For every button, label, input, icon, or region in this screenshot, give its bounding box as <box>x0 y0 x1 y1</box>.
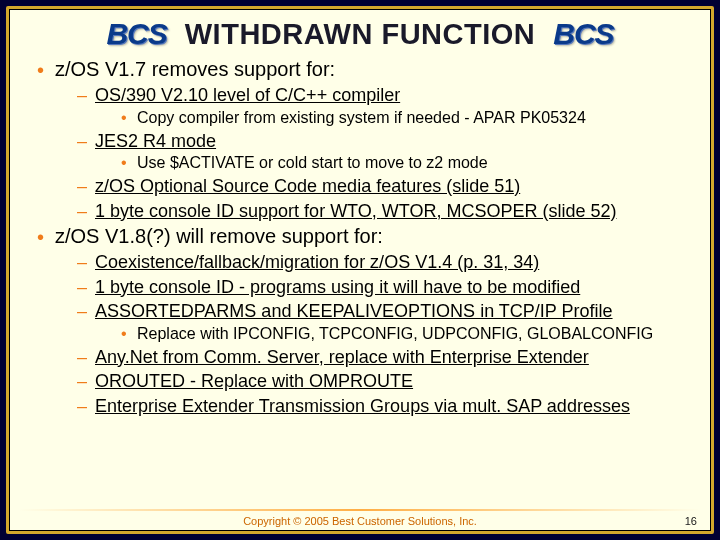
s2-item-f-text: Enterprise Extender Transmission Groups … <box>95 396 630 416</box>
slide-title: WITHDRAWN FUNCTION <box>185 18 536 51</box>
s2-item-a: Coexistence/fallback/migration for z/OS … <box>77 251 693 274</box>
s2-item-c: ASSORTEDPARMS and KEEPALIVEOPTIONS in TC… <box>77 300 693 344</box>
logo-right: BCS <box>553 17 613 51</box>
s2-item-a-text: Coexistence/fallback/migration for z/OS … <box>95 252 539 272</box>
s1-item-b: JES2 R4 mode Use $ACTIVATE or cold start… <box>77 130 693 174</box>
s2-item-d-text: Any.Net from Comm. Server, replace with … <box>95 347 589 367</box>
section-2-head: z/OS V1.8(?) will remove support for: Co… <box>37 224 693 417</box>
logo-left: BCS <box>106 17 166 51</box>
s1-item-d: 1 byte console ID support for WTO, WTOR,… <box>77 200 693 223</box>
s2-item-f: Enterprise Extender Transmission Groups … <box>77 395 693 418</box>
s1-item-a-text: OS/390 V2.10 level of C/C++ compiler <box>95 85 400 105</box>
s1-item-c: z/OS Optional Source Code media features… <box>77 175 693 198</box>
s1-item-b-sub: Use $ACTIVATE or cold start to move to z… <box>121 153 693 173</box>
s1-item-c-text: z/OS Optional Source Code media features… <box>95 176 520 196</box>
page-number: 16 <box>685 515 697 527</box>
s2-item-b-text: 1 byte console ID - programs using it wi… <box>95 277 580 297</box>
s2-item-e: OROUTED - Replace with OMPROUTE <box>77 370 693 393</box>
section-2-head-text: z/OS V1.8(?) will remove support for: <box>55 225 383 247</box>
s1-item-d-text: 1 byte console ID support for WTO, WTOR,… <box>95 201 617 221</box>
s1-item-a-sub: Copy compiler from existing system if ne… <box>121 108 693 128</box>
s2-item-d: Any.Net from Comm. Server, replace with … <box>77 346 693 369</box>
s1-item-b-text: JES2 R4 mode <box>95 131 216 151</box>
slide: BCS WITHDRAWN FUNCTION BCS z/OS V1.7 rem… <box>6 6 714 534</box>
footer-copyright: Copyright © 2005 Best Customer Solutions… <box>9 515 711 527</box>
s2-item-b: 1 byte console ID - programs using it wi… <box>77 276 693 299</box>
section-1-head: z/OS V1.7 removes support for: OS/390 V2… <box>37 57 693 222</box>
header: BCS WITHDRAWN FUNCTION BCS <box>9 9 711 55</box>
s2-item-c-text: ASSORTEDPARMS and KEEPALIVEOPTIONS in TC… <box>95 301 613 321</box>
s2-item-e-text: OROUTED - Replace with OMPROUTE <box>95 371 413 391</box>
divider-line <box>19 509 701 511</box>
s2-item-c-sub: Replace with IPCONFIG, TCPCONFIG, UDPCON… <box>121 324 693 344</box>
s1-item-a: OS/390 V2.10 level of C/C++ compiler Cop… <box>77 84 693 128</box>
content-area: z/OS V1.7 removes support for: OS/390 V2… <box>9 57 711 417</box>
section-1-head-text: z/OS V1.7 removes support for: <box>55 58 335 80</box>
